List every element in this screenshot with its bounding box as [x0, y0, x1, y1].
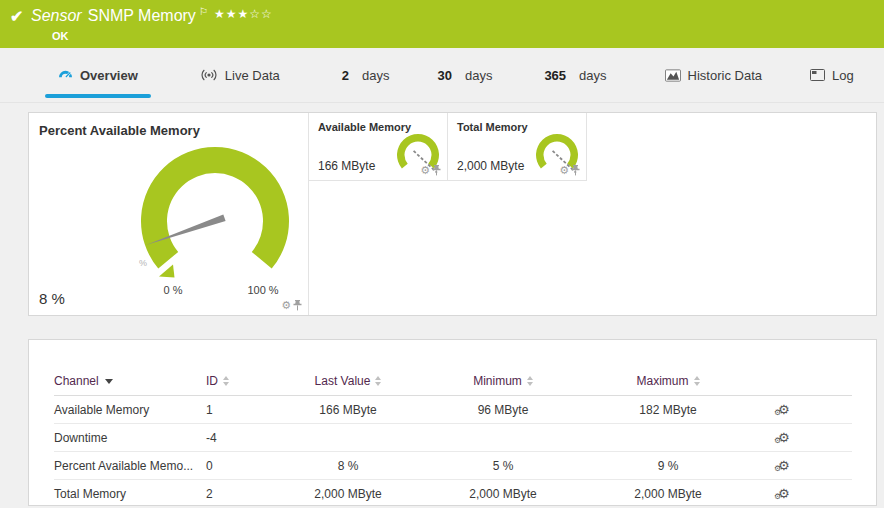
channel-minimum: 5 % — [418, 452, 588, 480]
gauge-scale-max: 100 % — [237, 284, 289, 296]
channel-maximum: 9 % — [588, 452, 748, 480]
gauge-value: 2,000 MByte — [457, 159, 524, 173]
channel-last-value — [278, 424, 418, 452]
gauge-value: 8 % — [39, 290, 65, 307]
edit-channel-gears-icon[interactable]: ⚙⚙ — [778, 402, 790, 417]
channel-id: 0 — [206, 452, 278, 480]
sort-icon — [223, 376, 229, 386]
tab-live-data[interactable]: Live Data — [200, 56, 280, 94]
sort-icon — [375, 376, 381, 386]
priority-stars[interactable]: ★★★☆☆ — [214, 7, 273, 21]
tab-log[interactable]: Log — [810, 56, 854, 94]
sensor-type-label: Sensor — [31, 7, 82, 24]
status-badge: OK — [52, 30, 69, 42]
tab-label: days — [362, 68, 389, 83]
table-row: Downtime -4 ⚙⚙ — [54, 424, 852, 452]
column-header-id[interactable]: ID — [206, 370, 278, 396]
channel-name: Percent Available Memo... — [54, 452, 206, 480]
page-title: SensorSNMP Memory⚐ — [31, 6, 208, 25]
channel-settings-gear-icon[interactable]: ⚙ — [559, 165, 569, 176]
channel-maximum — [588, 424, 748, 452]
channels-table: Channel ID Last Value Minimum Maximum — [54, 370, 852, 508]
gauge-unit-hint: % — [139, 258, 147, 268]
table-row: Total Memory 2 2,000 MByte 2,000 MByte 2… — [54, 480, 852, 508]
tab-30-days[interactable]: 30 days — [437, 56, 492, 94]
channel-last-value: 166 MByte — [278, 396, 418, 424]
channel-minimum: 96 MByte — [418, 396, 588, 424]
channels-panel: Channel ID Last Value Minimum Maximum — [28, 339, 877, 506]
log-window-icon — [810, 69, 825, 81]
channel-name: Total Memory — [54, 480, 206, 508]
channel-name: Available Memory — [54, 396, 206, 424]
channel-maximum: 2,000 MByte — [588, 480, 748, 508]
channel-settings-gear-icon[interactable]: ⚙ — [281, 300, 291, 311]
channel-settings-gear-icon[interactable]: ⚙ — [420, 165, 430, 176]
sensor-name: SNMP Memory — [88, 7, 196, 24]
channel-last-value: 2,000 MByte — [278, 480, 418, 508]
tab-label: Historic Data — [688, 68, 762, 83]
pin-icon[interactable] — [432, 165, 441, 176]
table-header-row: Channel ID Last Value Minimum Maximum — [54, 370, 852, 396]
column-header-channel[interactable]: Channel — [54, 370, 206, 396]
edit-channel-gears-icon[interactable]: ⚙⚙ — [778, 458, 790, 473]
sensor-status-bar: ✔ SensorSNMP Memory⚐ ★★★☆☆ OK — [0, 0, 884, 48]
channel-last-value: 8 % — [278, 452, 418, 480]
gauge-tile-percent-available-memory[interactable]: Percent Available Memory % 0 % 100 % 8 %… — [29, 113, 309, 315]
tab-number: 30 — [437, 68, 451, 83]
tab-label: Log — [832, 68, 854, 83]
sort-desc-icon — [105, 379, 113, 384]
gauge-value: 166 MByte — [318, 159, 375, 173]
tab-number: 365 — [544, 68, 566, 83]
pin-icon[interactable] — [293, 300, 302, 311]
gauge-scale-min: 0 % — [151, 284, 195, 296]
tab-historic-data[interactable]: Historic Data — [665, 56, 762, 94]
tab-label: days — [465, 68, 492, 83]
edit-channel-gears-icon[interactable]: ⚙⚙ — [778, 430, 790, 445]
channel-id: -4 — [206, 424, 278, 452]
tab-label: days — [579, 68, 606, 83]
channel-id: 2 — [206, 480, 278, 508]
percent-gauge: % — [29, 113, 309, 293]
sort-icon — [694, 376, 700, 386]
gauge-title: Available Memory — [309, 113, 447, 133]
pin-icon[interactable] — [571, 165, 580, 176]
column-header-actions — [748, 370, 852, 396]
stars-filled: ★★★ — [214, 7, 249, 21]
channel-minimum — [418, 424, 588, 452]
tab-2-days[interactable]: 2 days — [342, 56, 390, 94]
column-header-maximum[interactable]: Maximum — [588, 370, 748, 396]
tab-overview[interactable]: Overview — [58, 56, 138, 94]
gauge-tile-total-memory[interactable]: Total Memory 2,000 MByte ⚙ — [448, 113, 587, 181]
tab-label: Live Data — [225, 68, 280, 83]
gauges-panel: Percent Available Memory % 0 % 100 % 8 %… — [28, 112, 877, 316]
flag-icon[interactable]: ⚐ — [199, 6, 208, 17]
tab-365-days[interactable]: 365 days — [544, 56, 606, 94]
table-row: Available Memory 1 166 MByte 96 MByte 18… — [54, 396, 852, 424]
live-data-icon — [200, 69, 218, 81]
gauge-title: Total Memory — [448, 113, 586, 133]
stars-empty: ☆☆ — [249, 7, 273, 21]
gauge-tile-available-memory[interactable]: Available Memory 166 MByte ⚙ — [309, 113, 448, 181]
status-check-icon: ✔ — [10, 7, 23, 26]
channel-maximum: 182 MByte — [588, 396, 748, 424]
sort-icon — [527, 376, 533, 386]
column-header-last-value[interactable]: Last Value — [278, 370, 418, 396]
channel-minimum: 2,000 MByte — [418, 480, 588, 508]
area-chart-icon — [665, 69, 681, 82]
tab-label: Overview — [80, 68, 138, 83]
table-row: Percent Available Memo... 0 8 % 5 % 9 % … — [54, 452, 852, 480]
gauge-icon — [58, 69, 73, 82]
edit-channel-gears-icon[interactable]: ⚙⚙ — [778, 486, 790, 501]
channel-id: 1 — [206, 396, 278, 424]
sensor-tab-bar: Overview Live Data 2 days 30 days 365 da… — [0, 48, 884, 103]
tab-number: 2 — [342, 68, 349, 83]
column-header-minimum[interactable]: Minimum — [418, 370, 588, 396]
channel-name: Downtime — [54, 424, 206, 452]
